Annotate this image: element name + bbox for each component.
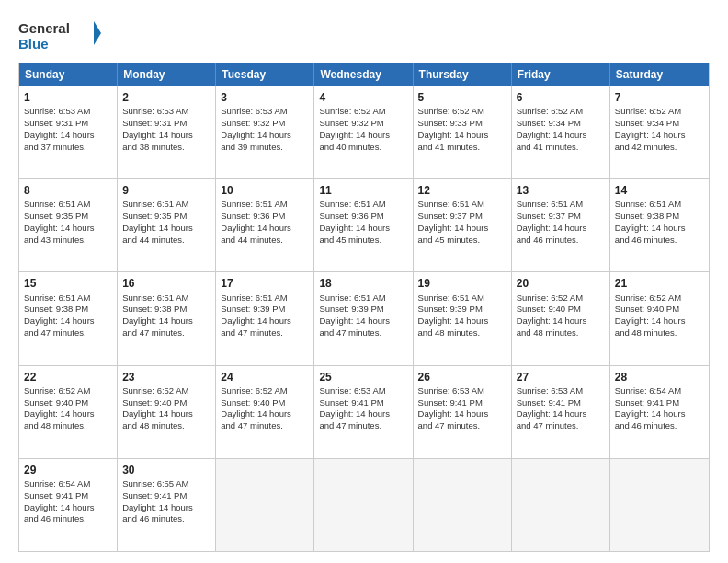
- empty-cell: [414, 459, 512, 551]
- day-cell-20: 20Sunrise: 6:52 AMSunset: 9:40 PMDayligh…: [512, 272, 610, 364]
- day-info: Daylight: 14 hours: [24, 223, 112, 235]
- day-cell-1: 1Sunrise: 6:53 AMSunset: 9:31 PMDaylight…: [19, 86, 118, 178]
- day-number: 23: [122, 370, 210, 385]
- day-info: and 44 minutes.: [221, 235, 309, 247]
- day-info: and 47 minutes.: [221, 327, 309, 339]
- day-info: Sunrise: 6:53 AM: [221, 106, 309, 118]
- day-info: Sunrise: 6:51 AM: [319, 199, 407, 211]
- day-info: Sunrise: 6:52 AM: [221, 385, 309, 397]
- day-cell-17: 17Sunrise: 6:51 AMSunset: 9:39 PMDayligh…: [216, 272, 314, 364]
- day-number: 11: [319, 183, 407, 198]
- day-cell-12: 12Sunrise: 6:51 AMSunset: 9:37 PMDayligh…: [414, 179, 512, 271]
- day-info: Sunrise: 6:55 AM: [122, 478, 210, 490]
- day-cell-3: 3Sunrise: 6:53 AMSunset: 9:32 PMDaylight…: [216, 86, 314, 178]
- header-cell-sunday: Sunday: [19, 63, 118, 86]
- day-info: Sunrise: 6:51 AM: [517, 199, 605, 211]
- day-number: 6: [517, 90, 605, 105]
- day-number: 8: [24, 183, 112, 198]
- day-number: 17: [221, 276, 309, 291]
- day-info: Sunset: 9:40 PM: [24, 397, 112, 409]
- general-blue-icon: General Blue: [18, 17, 101, 53]
- day-info: Sunrise: 6:53 AM: [122, 106, 210, 118]
- day-number: 2: [122, 90, 210, 105]
- day-info: and 47 minutes.: [122, 327, 210, 339]
- day-info: Sunset: 9:32 PM: [319, 118, 407, 130]
- day-info: Sunset: 9:38 PM: [122, 304, 210, 316]
- day-info: Sunrise: 6:52 AM: [24, 385, 112, 397]
- day-info: and 46 minutes.: [517, 235, 605, 247]
- day-info: Sunset: 9:40 PM: [615, 304, 704, 316]
- day-info: and 48 minutes.: [418, 327, 506, 339]
- day-number: 10: [221, 183, 309, 198]
- day-info: Sunset: 9:37 PM: [517, 211, 605, 223]
- day-info: and 39 minutes.: [221, 142, 309, 154]
- day-cell-4: 4Sunrise: 6:52 AMSunset: 9:32 PMDaylight…: [314, 86, 413, 178]
- day-info: and 46 minutes.: [615, 235, 704, 247]
- day-info: Sunset: 9:41 PM: [418, 397, 506, 409]
- day-info: Sunset: 9:40 PM: [122, 397, 210, 409]
- day-info: Sunset: 9:33 PM: [418, 118, 506, 130]
- day-info: Daylight: 14 hours: [122, 408, 210, 420]
- day-cell-19: 19Sunrise: 6:51 AMSunset: 9:39 PMDayligh…: [414, 272, 512, 364]
- day-info: Daylight: 14 hours: [615, 223, 704, 235]
- day-info: and 42 minutes.: [615, 142, 704, 154]
- day-info: Sunrise: 6:52 AM: [418, 106, 506, 118]
- day-info: Sunrise: 6:54 AM: [24, 478, 112, 490]
- day-info: Sunset: 9:31 PM: [122, 118, 210, 130]
- day-info: Sunset: 9:39 PM: [418, 304, 506, 316]
- day-info: Daylight: 14 hours: [24, 130, 112, 142]
- day-info: Sunset: 9:34 PM: [517, 118, 605, 130]
- logo: General Blue: [18, 17, 101, 53]
- day-info: Sunrise: 6:54 AM: [615, 385, 704, 397]
- day-cell-14: 14Sunrise: 6:51 AMSunset: 9:38 PMDayligh…: [610, 179, 709, 271]
- day-info: Daylight: 14 hours: [221, 223, 309, 235]
- calendar-row: 15Sunrise: 6:51 AMSunset: 9:38 PMDayligh…: [19, 271, 709, 364]
- day-cell-21: 21Sunrise: 6:52 AMSunset: 9:40 PMDayligh…: [610, 272, 709, 364]
- day-info: Daylight: 14 hours: [221, 408, 309, 420]
- day-info: and 44 minutes.: [122, 235, 210, 247]
- day-info: and 48 minutes.: [122, 420, 210, 432]
- day-info: and 48 minutes.: [24, 420, 112, 432]
- day-cell-9: 9Sunrise: 6:51 AMSunset: 9:35 PMDaylight…: [118, 179, 216, 271]
- day-cell-18: 18Sunrise: 6:51 AMSunset: 9:39 PMDayligh…: [314, 272, 413, 364]
- day-info: Daylight: 14 hours: [517, 130, 605, 142]
- day-number: 5: [418, 90, 506, 105]
- day-info: Daylight: 14 hours: [517, 316, 605, 327]
- day-info: Daylight: 14 hours: [319, 408, 407, 420]
- empty-cell: [216, 459, 314, 551]
- day-info: Sunrise: 6:52 AM: [615, 106, 704, 118]
- day-info: Sunrise: 6:53 AM: [24, 106, 112, 118]
- day-info: Daylight: 14 hours: [24, 408, 112, 420]
- day-number: 13: [517, 183, 605, 198]
- day-info: Sunset: 9:41 PM: [517, 397, 605, 409]
- day-info: Daylight: 14 hours: [319, 223, 407, 235]
- day-info: Sunset: 9:41 PM: [24, 490, 112, 502]
- day-info: Sunset: 9:36 PM: [221, 211, 309, 223]
- svg-text:Blue: Blue: [18, 36, 49, 52]
- calendar-header: SundayMondayTuesdayWednesdayThursdayFrid…: [19, 63, 709, 86]
- day-info: Sunset: 9:36 PM: [319, 211, 407, 223]
- day-number: 26: [418, 370, 506, 385]
- day-cell-28: 28Sunrise: 6:54 AMSunset: 9:41 PMDayligh…: [610, 366, 709, 458]
- header: General Blue: [18, 17, 710, 53]
- day-info: Daylight: 14 hours: [418, 316, 506, 327]
- day-cell-6: 6Sunrise: 6:52 AMSunset: 9:34 PMDaylight…: [512, 86, 610, 178]
- day-cell-29: 29Sunrise: 6:54 AMSunset: 9:41 PMDayligh…: [19, 459, 118, 551]
- day-info: Daylight: 14 hours: [615, 130, 704, 142]
- day-info: and 41 minutes.: [517, 142, 605, 154]
- day-cell-25: 25Sunrise: 6:53 AMSunset: 9:41 PMDayligh…: [314, 366, 413, 458]
- day-info: Sunrise: 6:51 AM: [418, 199, 506, 211]
- calendar-row: 29Sunrise: 6:54 AMSunset: 9:41 PMDayligh…: [19, 458, 709, 551]
- day-cell-30: 30Sunrise: 6:55 AMSunset: 9:41 PMDayligh…: [118, 459, 216, 551]
- day-info: Sunrise: 6:53 AM: [319, 385, 407, 397]
- day-info: Daylight: 14 hours: [221, 130, 309, 142]
- day-info: Daylight: 14 hours: [418, 130, 506, 142]
- header-cell-friday: Friday: [512, 63, 610, 86]
- day-info: Sunset: 9:34 PM: [615, 118, 704, 130]
- day-info: and 48 minutes.: [517, 327, 605, 339]
- day-cell-22: 22Sunrise: 6:52 AMSunset: 9:40 PMDayligh…: [19, 366, 118, 458]
- day-info: Sunrise: 6:51 AM: [221, 199, 309, 211]
- day-info: Daylight: 14 hours: [24, 502, 112, 514]
- day-number: 3: [221, 90, 309, 105]
- day-cell-13: 13Sunrise: 6:51 AMSunset: 9:37 PMDayligh…: [512, 179, 610, 271]
